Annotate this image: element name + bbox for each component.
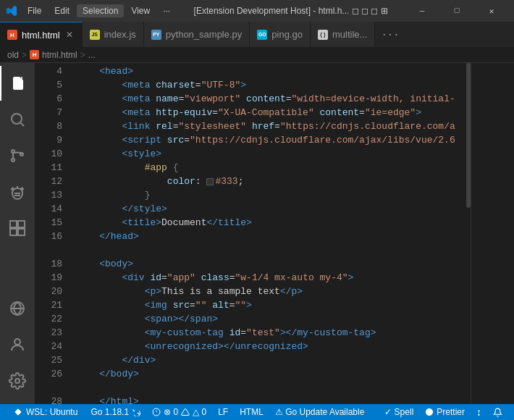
- code-line-27: [77, 381, 514, 395]
- code-line-20: <p>This is a sample text</p>: [77, 285, 514, 298]
- menu-edit[interactable]: Edit: [49, 4, 75, 17]
- py-file-icon: PY: [151, 30, 161, 40]
- tab-ping-go[interactable]: GO ping.go: [250, 22, 311, 47]
- tab-python[interactable]: PY python_sample.py: [144, 22, 250, 47]
- status-go-update[interactable]: ⚠ Go Update Available: [269, 404, 371, 420]
- activity-explorer[interactable]: [0, 66, 35, 101]
- status-spell[interactable]: ✓ Spell: [379, 404, 419, 420]
- code-line-6: <meta name="viewport" content="width=dev…: [77, 92, 514, 106]
- code-line-18: <body>: [77, 257, 514, 271]
- svg-point-0: [12, 114, 22, 124]
- remote-icon: [9, 300, 26, 317]
- code-line-12: color: #333;: [77, 175, 514, 188]
- code-line-13: }: [77, 188, 514, 202]
- breadcrumb-html-html[interactable]: html.html: [42, 50, 77, 60]
- code-line-17: [77, 243, 514, 257]
- sync-icon: [132, 408, 140, 416]
- code-line-10: <style>: [77, 147, 514, 161]
- color-swatch: [206, 178, 214, 185]
- prettier-icon: [425, 408, 434, 416]
- svg-point-3: [12, 159, 14, 161]
- code-line-28: </html>: [77, 395, 514, 404]
- tab-close-html[interactable]: ✕: [64, 29, 75, 41]
- tab-html-html[interactable]: H html.html ✕: [0, 22, 83, 47]
- activity-settings[interactable]: [0, 364, 35, 398]
- tab-overflow-button[interactable]: ···: [375, 29, 405, 41]
- breadcrumb-dots[interactable]: ...: [88, 50, 96, 60]
- activity-remote[interactable]: [0, 291, 35, 326]
- maximize-button[interactable]: □: [440, 0, 473, 22]
- breadcrumb-html-icon: H: [30, 50, 39, 59]
- vertical-scrollbar[interactable]: [460, 63, 471, 404]
- code-line-4: <head>: [77, 64, 514, 78]
- editor-area: 4 5 6 7 8 9 10 11 12 13 14 15 16 18 19 2…: [35, 63, 514, 404]
- breadcrumb: old > H html.html > ...: [0, 47, 514, 63]
- js-file-icon: JS: [90, 30, 100, 40]
- bell-icon: [493, 408, 502, 417]
- multi-file-icon: { }: [318, 30, 328, 40]
- minimize-button[interactable]: —: [405, 0, 439, 22]
- tab-label-html: html.html: [22, 30, 60, 41]
- close-button[interactable]: ✕: [475, 0, 508, 22]
- menu-view[interactable]: View: [125, 4, 156, 17]
- code-line-15: <title>Document</title>: [77, 216, 514, 230]
- activity-debug[interactable]: [0, 175, 35, 209]
- code-line-24: <unrecognized></unrecognized>: [77, 340, 514, 353]
- code-line-11: #app {: [77, 161, 514, 175]
- code-line-5: <meta charset="UTF-8">: [77, 78, 514, 92]
- search-icon: [9, 111, 26, 128]
- source-control-icon: [9, 147, 26, 164]
- remote-status-icon: [13, 407, 23, 417]
- line-numbers: 4 5 6 7 8 9 10 11 12 13 14 15 16 18 19 2…: [35, 63, 71, 404]
- html-file-icon: H: [7, 30, 17, 40]
- status-wsl[interactable]: WSL: Ubuntu: [6, 404, 85, 420]
- code-line-23: <my-custom-tag id="test"></my-custom-tag…: [77, 326, 514, 340]
- svg-rect-10: [10, 229, 17, 235]
- activity-bar: [0, 63, 35, 404]
- code-editor[interactable]: 4 5 6 7 8 9 10 11 12 13 14 15 16 18 19 2…: [35, 63, 514, 404]
- code-line-7: <meta http-equiv="X-UA-Compatible" conte…: [77, 106, 514, 119]
- code-line-16: </head>: [77, 230, 514, 243]
- tab-multifile[interactable]: { } multile...: [311, 22, 375, 47]
- code-line-26: </body>: [77, 367, 514, 381]
- svg-point-14: [15, 379, 20, 383]
- activity-account[interactable]: [0, 327, 35, 362]
- extensions-icon: [9, 219, 26, 237]
- code-line-25: </div>: [77, 353, 514, 367]
- minimap[interactable]: <head> <meta charset=> <meta name= <meta…: [471, 63, 514, 404]
- debug-icon: [9, 183, 26, 201]
- menu-selection[interactable]: Selection: [77, 4, 124, 17]
- warning-icon: [181, 408, 190, 416]
- status-go[interactable]: Go 1.18.1: [85, 404, 146, 420]
- status-notifications[interactable]: [487, 404, 508, 420]
- code-line-9: <script src="https://cdnjs.cloudflare.co…: [77, 133, 514, 147]
- status-language[interactable]: HTML: [234, 404, 269, 420]
- activity-extensions[interactable]: [0, 211, 35, 245]
- status-live-share[interactable]: ↕: [471, 404, 487, 420]
- vscode-icon: [6, 5, 17, 17]
- code-line-19: <div id="app" class="w-1/4 mx-auto my-4"…: [77, 271, 514, 285]
- minimap-canvas: [471, 63, 514, 404]
- code-line-8: <link rel="stylesheet" href="https://cdn…: [77, 119, 514, 133]
- tab-index-js[interactable]: JS index.js: [83, 22, 144, 47]
- account-icon: [9, 336, 26, 353]
- code-line-22: <span></span>: [77, 312, 514, 326]
- svg-line-1: [21, 123, 24, 126]
- main-area: 4 5 6 7 8 9 10 11 12 13 14 15 16 18 19 2…: [0, 63, 514, 404]
- activity-source-control[interactable]: [0, 138, 35, 173]
- activity-bottom: [0, 291, 35, 404]
- breadcrumb-old[interactable]: old: [7, 50, 19, 60]
- tab-bar: H html.html ✕ JS index.js PY python_samp…: [0, 22, 514, 47]
- status-prettier[interactable]: Prettier: [419, 404, 471, 420]
- activity-search[interactable]: [0, 102, 35, 137]
- tab-label-python: python_sample.py: [166, 29, 243, 40]
- window-controls: — □ ✕: [405, 0, 508, 22]
- status-line-ending[interactable]: LF: [212, 404, 234, 420]
- svg-rect-11: [18, 229, 25, 235]
- svg-point-13: [14, 339, 20, 345]
- svg-rect-9: [18, 221, 25, 227]
- status-errors[interactable]: ⊗ 0 △ 0: [146, 404, 212, 420]
- menu-more[interactable]: ···: [157, 4, 176, 17]
- menu-file[interactable]: File: [22, 4, 47, 17]
- code-line-14: </style>: [77, 202, 514, 216]
